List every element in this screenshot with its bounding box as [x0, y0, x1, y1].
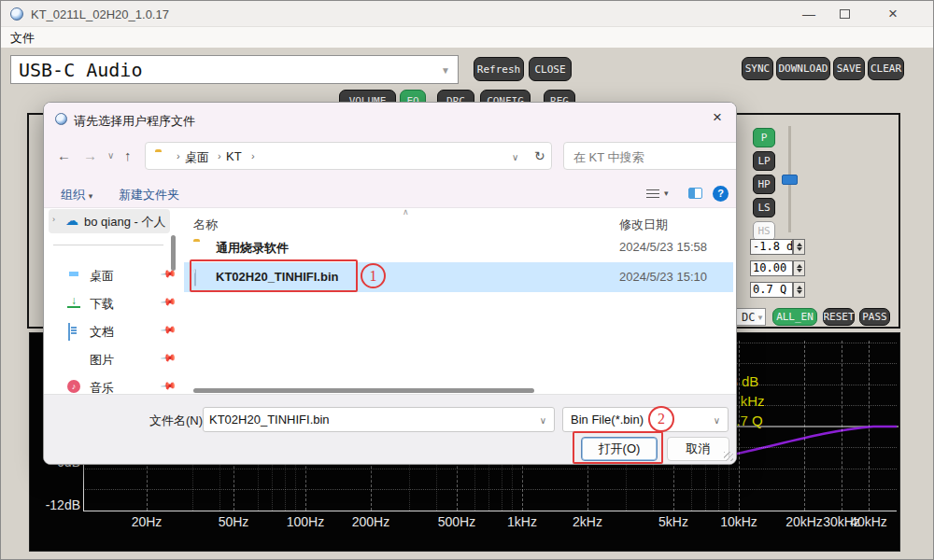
resize-grip[interactable] — [724, 452, 733, 461]
x-tick-label: 500Hz — [429, 514, 485, 529]
pin-icon: 📌 — [160, 349, 177, 367]
menubar — [1, 27, 934, 48]
forward-icon[interactable]: → — [83, 147, 97, 163]
gain-spinner-value[interactable]: -1.8 dB — [750, 239, 793, 255]
eq-mode-value: DC — [742, 311, 755, 324]
organize-label: 组织 — [61, 188, 85, 202]
chevron-down-icon: ▼ — [441, 65, 450, 76]
filename-value: KT02H20_TINHIFI.bin — [209, 413, 330, 427]
all-en-button[interactable]: ALL_EN — [772, 308, 817, 326]
breadcrumb-desktop[interactable]: 桌面 — [185, 149, 209, 166]
x-tick-label: 2kHz — [559, 514, 616, 529]
gain-spinner-arrows[interactable] — [793, 239, 805, 255]
q-spinner-arrows[interactable] — [793, 282, 805, 298]
pass-button[interactable]: PASS — [859, 308, 890, 326]
view-chevron-icon[interactable]: ▾ — [664, 189, 669, 198]
history-chevron-icon[interactable]: ∨ — [107, 150, 114, 161]
download-button[interactable]: DOWNLOAD — [776, 57, 830, 80]
cloud-icon: ☁ — [65, 214, 78, 227]
list-horizontal-scrollbar[interactable] — [193, 388, 534, 393]
search-box[interactable]: 在 KT 中搜索 — [563, 142, 737, 170]
sidebar-item-onedrive[interactable]: › ☁ bo qiang - 个人 — [49, 209, 170, 233]
divider — [44, 207, 737, 208]
sidebar-item-label: 文档 — [90, 324, 114, 341]
sidebar-item-label: 桌面 — [90, 268, 114, 285]
breadcrumb-separator: › — [172, 150, 185, 161]
file-open-dialog: 请先选择用户程序文件 × ← → ∨ ↑ › 桌面 › KT › ∨ ↻ 在 K… — [43, 102, 737, 465]
file-date: 2024/5/23 15:58 — [619, 240, 707, 254]
new-folder-button[interactable]: 新建文件夹 — [119, 187, 179, 203]
filter-peak-button[interactable]: P — [753, 128, 775, 147]
grid-major-vline — [842, 341, 842, 511]
filename-label: 文件名(N): — [149, 413, 206, 429]
column-header-date[interactable]: 修改日期 — [619, 217, 668, 233]
device-select-value: USB-C Audio — [19, 59, 142, 81]
breadcrumb-separator: › — [213, 150, 226, 161]
chevron-down-icon: ∨ — [714, 415, 720, 426]
freq-spinner-value[interactable]: 10.00 kHz — [750, 260, 793, 276]
organize-menu[interactable]: 组织 ▾ — [61, 187, 92, 203]
freq-spinner-arrows[interactable] — [793, 260, 805, 276]
address-chevron-icon[interactable]: ∨ — [512, 152, 518, 162]
filter-hs-button[interactable]: HS — [753, 221, 775, 241]
annotation-rect-open — [573, 431, 663, 464]
document-icon — [68, 323, 70, 341]
sidebar-item-pictures[interactable]: 图片 📌 — [49, 347, 174, 371]
x-tick-label: 40kHz — [841, 514, 897, 529]
breadcrumb-kt[interactable]: KT — [226, 149, 242, 163]
x-tick-label: 5kHz — [645, 514, 701, 529]
refresh-button[interactable]: Refresh — [474, 57, 524, 81]
sidebar-item-label: 下载 — [90, 296, 114, 313]
x-tick-label: 1kHz — [494, 514, 550, 529]
dialog-app-icon — [55, 113, 67, 125]
cancel-button[interactable]: 取消 — [667, 437, 729, 461]
maximize-icon[interactable] — [840, 9, 850, 19]
minimize-button[interactable]: — — [793, 4, 825, 24]
filename-input[interactable]: KT02H20_TINHIFI.bin ∨ — [203, 407, 555, 432]
filter-ls-button[interactable]: LS — [753, 198, 775, 217]
preview-pane-icon[interactable] — [688, 188, 702, 199]
column-header-name[interactable]: 名称 — [193, 217, 218, 233]
filter-lp-button[interactable]: LP — [753, 151, 775, 171]
sidebar-item-label: bo qiang - 个人 — [84, 214, 165, 231]
menu-file[interactable]: 文件 — [5, 28, 40, 49]
refresh-icon[interactable]: ↻ — [534, 148, 545, 163]
dialog-title: 请先选择用户程序文件 — [74, 113, 195, 130]
annotation-step-2: 2 — [648, 406, 674, 432]
sidebar-item-desktop[interactable]: 桌面 📌 — [49, 263, 174, 287]
up-icon[interactable]: ↑ — [124, 147, 132, 163]
search-placeholder: 在 KT 中搜索 — [573, 149, 644, 166]
gain-slider-handle[interactable] — [782, 175, 798, 185]
sync-button[interactable]: SYNC — [742, 57, 773, 80]
chevron-down-icon: ▼ — [757, 314, 764, 322]
x-tick-label: 20Hz — [119, 514, 175, 529]
pin-icon: 📌 — [160, 377, 177, 395]
dialog-close-icon[interactable]: × — [703, 108, 731, 131]
device-select[interactable]: USB-C Audio ▼ — [10, 55, 459, 84]
sort-ascending-icon: ∧ — [403, 207, 409, 217]
file-date: 2024/5/23 15:10 — [619, 270, 707, 284]
grid-major-vline — [804, 341, 805, 511]
sidebar-item-documents[interactable]: 文档 📌 — [49, 319, 174, 343]
breadcrumb-separator: › — [247, 150, 260, 161]
save-button[interactable]: SAVE — [833, 57, 865, 80]
clear-button[interactable]: CLEAR — [868, 57, 904, 80]
reset-button[interactable]: RESET — [823, 308, 855, 326]
sidebar-item-label: 图片 — [90, 352, 114, 369]
app-icon — [10, 7, 23, 21]
x-tick-label: 100Hz — [277, 514, 333, 529]
address-bar[interactable]: › 桌面 › KT › ∨ ↻ — [145, 142, 552, 170]
q-spinner-value[interactable]: 0.7 Q — [750, 282, 793, 298]
filetype-value: Bin File(*.bin) — [571, 413, 644, 427]
sidebar-item-downloads[interactable]: ↓ 下载 📌 — [49, 291, 174, 315]
x-tick-label: 10kHz — [711, 514, 767, 529]
help-icon[interactable]: ? — [713, 186, 729, 202]
file-row-folder[interactable]: 通用烧录软件 2024/5/23 15:58 — [184, 233, 733, 261]
back-icon[interactable]: ← — [57, 147, 71, 163]
close-window-button[interactable]: × — [877, 4, 909, 24]
filetype-select[interactable]: Bin File(*.bin) ∨ — [562, 407, 729, 432]
close-device-button[interactable]: CLOSE — [529, 57, 572, 81]
filter-hp-button[interactable]: HP — [753, 175, 775, 194]
view-list-icon[interactable] — [646, 189, 659, 199]
file-name: 通用烧录软件 — [216, 240, 289, 257]
